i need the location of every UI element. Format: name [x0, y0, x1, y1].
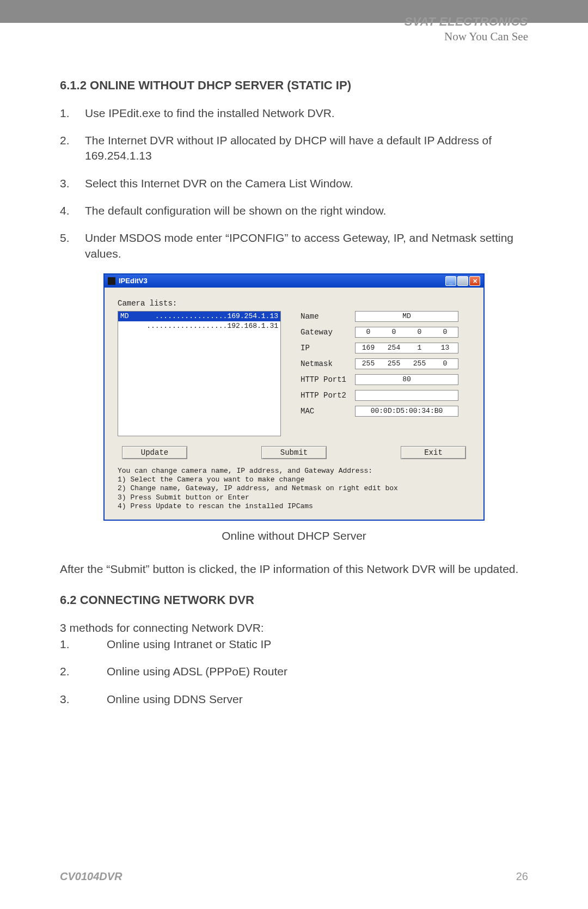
http-port1-input[interactable]: 80 [355, 374, 458, 385]
footer-page: 26 [516, 869, 528, 884]
header-brand: SVAT ELECTRONICS Now You Can See [405, 14, 528, 44]
window-body: Camera lists: MD.................169.254… [105, 288, 483, 520]
step-text: The default configuration will be shown … [85, 203, 386, 218]
list-item: 2.The Internet DVR without IP allocated … [60, 133, 528, 164]
window-titlebar[interactable]: IPEditV3 _ □ ✕ [105, 274, 483, 288]
step-text: Select this Internet DVR on the Camera L… [85, 176, 353, 191]
methods-intro: 3 methods for connecting Network DVR: [60, 620, 528, 636]
update-button[interactable]: Update [122, 446, 187, 459]
section-612-steps: 1.Use IPEdit.exe to find the installed N… [60, 106, 528, 261]
method-number: 3. [60, 692, 107, 707]
section-612-title: 6.1.2 ONLINE WITHOUT DHCP SERVER (STATIC… [60, 77, 528, 94]
list-item: 2.Online using ADSL (PPPoE) Router [60, 664, 528, 679]
brand-title: SVAT ELECTRONICS [405, 14, 528, 30]
button-row: Update Submit Exit [118, 446, 470, 459]
ipedit-window: IPEditV3 _ □ ✕ Camera lists: MD.........… [103, 273, 485, 521]
netmask-label: Netmask [301, 359, 350, 369]
name-label: Name [301, 312, 350, 322]
page-content: 6.1.2 ONLINE WITHOUT DHCP SERVER (STATIC… [0, 23, 588, 707]
minimize-button[interactable]: _ [445, 276, 456, 286]
camera-list-item[interactable]: ...................192.168.1.31 [118, 321, 280, 331]
http-port2-input[interactable] [355, 390, 458, 401]
ip-input[interactable]: 169254113 [355, 343, 458, 353]
name-input[interactable]: MD [355, 311, 458, 322]
window-controls: _ □ ✕ [445, 276, 480, 286]
method-text: Online using ADSL (PPPoE) Router [107, 664, 287, 679]
camera-list[interactable]: MD.................169.254.1.13 ........… [118, 311, 281, 436]
http-port2-label: HTTP Port2 [301, 391, 350, 401]
camera-list-item[interactable]: MD.................169.254.1.13 [118, 312, 280, 321]
list-item: 5.Under MSDOS mode enter “IPCONFIG” to a… [60, 230, 528, 261]
netmask-input[interactable]: 2552552550 [355, 358, 458, 369]
camera-lists-label: Camera lists: [118, 298, 470, 309]
step-number: 2. [60, 133, 85, 164]
method-text: Online using DDNS Server [107, 692, 243, 707]
submit-button[interactable]: Submit [261, 446, 327, 459]
figure-caption: Online without DHCP Server [103, 528, 485, 544]
mac-label: MAC [301, 406, 350, 417]
method-number: 1. [60, 637, 107, 652]
fields-panel: NameMD Gateway0000 IP169254113 Netmask25… [301, 311, 470, 436]
window-title: IPEditV3 [119, 276, 442, 286]
ip-label: IP [301, 343, 350, 353]
window-instructions: You can change camera name, IP address, … [118, 467, 470, 511]
list-item: 1.Online using Intranet or Static IP [60, 637, 528, 652]
list-item: 3.Select this Internet DVR on the Camera… [60, 176, 528, 191]
method-text: Online using Intranet or Static IP [107, 637, 271, 652]
gateway-label: Gateway [301, 327, 350, 338]
step-text: Under MSDOS mode enter “IPCONFIG” to acc… [85, 230, 528, 261]
step-text: The Internet DVR without IP allocated by… [85, 133, 528, 164]
footer: CV0104DVR 26 [60, 869, 528, 884]
mac-value: 00:0D:D5:00:34:B0 [355, 406, 458, 417]
after-submit-paragraph: After the “Submit” button is clicked, th… [60, 562, 528, 577]
list-item: 4.The default configuration will be show… [60, 203, 528, 218]
footer-model: CV0104DVR [60, 869, 122, 884]
step-number: 1. [60, 106, 85, 121]
http-port1-label: HTTP Port1 [301, 375, 350, 385]
methods-list: 1.Online using Intranet or Static IP 2.O… [60, 637, 528, 707]
step-text: Use IPEdit.exe to find the installed Net… [85, 106, 335, 121]
exit-button[interactable]: Exit [401, 446, 466, 459]
method-number: 2. [60, 664, 107, 679]
close-button[interactable]: ✕ [469, 276, 480, 286]
brand-tagline: Now You Can See [405, 29, 528, 44]
app-icon [108, 277, 115, 285]
list-item: 1.Use IPEdit.exe to find the installed N… [60, 106, 528, 121]
list-item: 3.Online using DDNS Server [60, 692, 528, 707]
screenshot-figure: IPEditV3 _ □ ✕ Camera lists: MD.........… [103, 273, 485, 544]
step-number: 5. [60, 230, 85, 261]
step-number: 4. [60, 203, 85, 218]
step-number: 3. [60, 176, 85, 191]
maximize-button[interactable]: □ [457, 276, 468, 286]
gateway-input[interactable]: 0000 [355, 327, 458, 338]
section-62-title: 6.2 CONNECTING NETWORK DVR [60, 592, 528, 608]
